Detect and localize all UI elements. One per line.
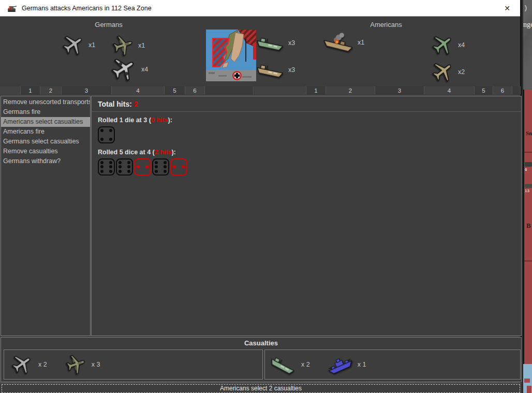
die-6-miss [98,158,115,176]
casualty-count: x 3 [92,361,100,368]
background-water [523,364,532,393]
casualties-panel: Casualties x 2 x 3 x 2 x 1 [1,337,522,382]
roll-number-cell [512,86,521,95]
roll-number-cell: 2 [40,86,62,95]
close-icon[interactable]: ✕ [503,4,512,12]
battle-window: A Germans attacks Americans in 112 Sea Z… [0,0,522,393]
american-transport-unit: x3 [256,32,295,54]
roll-number-cell: 2 [326,86,375,95]
svg-text:A: A [8,5,12,11]
window-title: Germans attacks Americans in 112 Sea Zon… [22,5,152,12]
dice-row [98,126,515,143]
unit-count: x1 [88,41,95,49]
map-unit-count: 13 [525,188,529,193]
roll-number-cell: 6 [185,86,205,95]
map-unit-icon [525,162,532,167]
transport-icon [254,56,287,84]
background-land-speck [527,386,531,393]
map-unit-icon [525,184,532,188]
casualty-count: x 2 [301,361,310,368]
allied-fighter-unit: x2 [430,60,465,84]
attacker-roll-strip: 1 2 3 4 5 6 [0,86,254,95]
unit-count: x3 [288,66,295,74]
map-unit-count: 6 [525,167,527,172]
roll-number-cell: 3 [375,86,424,95]
burning-carrier-icon [320,26,357,60]
background-map-text: ) [525,4,527,11]
app-icon: A [7,4,17,13]
transport-icon [265,348,301,381]
background-land-speck [524,379,530,383]
battle-location-map [206,30,256,81]
background-map-text: B [526,222,531,230]
background-map-text: nge [523,21,532,29]
battle-step: Germans select casualties [1,137,90,147]
casualty-count: x 2 [38,361,47,368]
attacker-casualties-box: x 2 x 3 [4,350,263,380]
background-map-text: Sm [526,130,532,136]
transport-icon [254,30,287,57]
title-bar[interactable]: A Germans attacks Americans in 112 Sea Z… [0,0,520,17]
total-hits-value: 2 [134,100,138,108]
roll-text: ): [168,117,172,124]
roll-number-cell [0,86,21,95]
roll-text: Rolled 5 dice at 4 ( [98,149,155,156]
fighter-icon [425,55,459,89]
battleship-icon [322,348,357,381]
battle-step: Remove casualties [1,147,90,156]
die-4-miss [98,126,115,143]
damaged-carrier-unit: x1 [323,29,364,56]
battle-step-selected: Americans select casualties [1,117,90,127]
action-bar: Americans select 2 casualties [0,383,522,393]
roll-description: Rolled 1 die at 3 (0 hits): [98,117,515,124]
casualties-title: Casualties [1,338,521,347]
dice-row [98,158,515,176]
dice-detail-panel: Total hits: 2 Rolled 1 die at 3 (0 hits)… [91,96,522,336]
defender-roll-strip: 1 2 3 4 5 6 [255,86,521,95]
unit-count: x2 [458,68,465,76]
unit-count: x4 [141,66,148,73]
american-fighter-unit: x4 [430,33,465,57]
roll-number-cell: 4 [424,86,475,95]
unit-count: x1 [138,42,145,49]
battle-step: Germans fire [1,107,90,117]
battle-step: Germans withdraw? [1,156,90,166]
roll-number-cell: 4 [112,86,165,95]
background-game-map: ) nge Sm 6 13 B [523,0,532,393]
battle-steps-list: Remove unescorted transports Germans fir… [1,96,91,336]
roll-number-cell: 6 [493,86,512,95]
background-sea-zone: ) nge [523,0,532,90]
roll-number-cell: 5 [475,86,493,95]
casualty-count: x 1 [358,361,366,368]
die-6-miss [116,158,133,176]
unit-count: x1 [358,39,364,46]
german-fighter-unit: x1 [60,33,95,57]
battle-step: Remove unescorted transports [1,97,90,107]
total-hits-header: Total hits: 2 [92,96,521,112]
roll-number-cell [255,86,306,95]
fighter-icon [5,347,38,382]
roll-number-cell [205,86,254,95]
battle-step: Americans fire [1,127,90,137]
roll-number-cell: 1 [21,86,40,95]
allied-transport-unit: x3 [256,59,295,81]
roll-number-cell: 3 [62,86,112,95]
die-6-miss [152,158,169,176]
roll-hits: 0 hits [151,117,168,124]
defender-casualties-box: x 2 x 1 [264,350,521,380]
roll-number-cell: 5 [165,86,185,95]
unit-count: x3 [288,39,295,47]
fighter-icon [55,28,89,62]
attacker-header: Germans [0,21,217,28]
defender-header: Americans [254,21,519,28]
unit-count: x4 [458,41,465,49]
total-hits-label: Total hits: [98,100,132,108]
roll-text: Rolled 1 die at 3 ( [98,117,151,124]
background-territory: Sm 6 13 B [523,90,532,364]
bomber-icon [104,50,142,90]
roll-description: Rolled 5 dice at 4 (2 hits): [98,149,515,156]
select-casualties-button[interactable]: Americans select 2 casualties [2,384,520,393]
roll-hits: 2 hits [155,149,172,156]
roll-text: ): [171,149,175,156]
tactical-bomber-icon [61,350,89,380]
